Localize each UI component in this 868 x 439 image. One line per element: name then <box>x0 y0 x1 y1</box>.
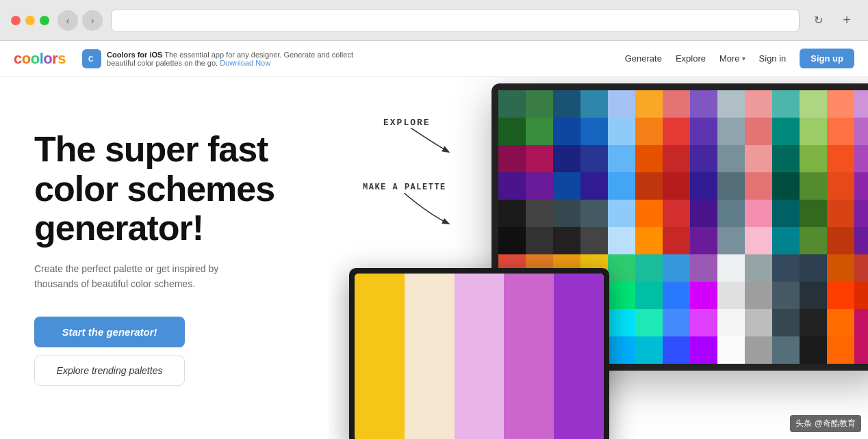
color-cell <box>663 145 690 172</box>
color-cell <box>745 145 772 172</box>
color-cell <box>526 200 553 227</box>
refresh-button[interactable]: ↻ <box>808 10 828 31</box>
color-cell <box>854 172 868 200</box>
color-cell <box>800 200 827 227</box>
signup-button[interactable]: Sign up <box>800 49 854 68</box>
hero-section: The super fast color schemes generator! … <box>0 77 868 439</box>
color-cell <box>608 227 635 254</box>
nav-explore[interactable]: Explore <box>676 53 706 64</box>
color-cell <box>663 336 690 364</box>
color-cell <box>663 282 690 309</box>
browser-chrome: ‹ › ↻ + <box>0 0 868 41</box>
color-cell <box>745 200 772 227</box>
color-cell <box>800 172 827 200</box>
color-cell <box>608 309 635 336</box>
color-cell <box>800 309 827 336</box>
chevron-down-icon: ▾ <box>742 55 745 62</box>
ios-icon: C <box>82 49 101 68</box>
color-cell <box>635 282 663 309</box>
color-cell <box>745 90 772 118</box>
color-cell <box>635 309 663 336</box>
color-cell <box>827 309 854 336</box>
color-cell <box>745 254 772 282</box>
hero-title-line3: generator! <box>34 208 203 248</box>
color-cell <box>772 145 800 172</box>
color-cell <box>827 90 854 118</box>
minimize-dot[interactable] <box>25 16 35 25</box>
color-cell <box>635 90 663 118</box>
color-cell <box>580 145 608 172</box>
color-cell <box>717 145 745 172</box>
forward-button[interactable]: › <box>82 10 103 31</box>
color-cell <box>635 254 663 282</box>
color-cell <box>690 336 717 364</box>
color-cell <box>717 118 745 145</box>
color-cell <box>635 118 663 145</box>
color-cell <box>608 90 635 118</box>
back-button[interactable]: ‹ <box>58 10 78 31</box>
color-cell <box>526 90 553 118</box>
nav-more-label: More <box>719 53 740 64</box>
color-cell <box>827 282 854 309</box>
start-generator-button[interactable]: Start the generator! <box>34 317 185 347</box>
color-cell <box>608 172 635 200</box>
palette-bar <box>355 274 405 439</box>
color-cell <box>608 336 635 364</box>
color-cell <box>498 90 526 118</box>
ios-badge-text: Coolors for iOS The essential app for an… <box>107 51 381 67</box>
nav-right: Generate Explore More ▾ Sign in Sign up <box>625 49 854 68</box>
color-cell <box>663 227 690 254</box>
close-dot[interactable] <box>11 16 21 25</box>
color-cell <box>526 145 553 172</box>
explore-arrow <box>411 128 452 155</box>
hero-title-line2: color schemes <box>34 169 275 209</box>
color-cell <box>553 227 580 254</box>
explore-trending-button[interactable]: Explore trending palettes <box>34 356 185 386</box>
signin-button[interactable]: Sign in <box>759 53 787 64</box>
color-cell <box>745 172 772 200</box>
color-cell <box>854 254 868 282</box>
color-cell <box>690 172 717 200</box>
hero-title-line1: The super fast <box>34 129 268 169</box>
ios-badge-title: Coolors for iOS <box>107 51 162 59</box>
color-cell <box>854 118 868 145</box>
download-link[interactable]: Download Now <box>220 59 270 67</box>
color-cell <box>717 309 745 336</box>
color-cell <box>608 145 635 172</box>
browser-dots <box>11 16 49 25</box>
color-cell <box>854 145 868 172</box>
color-cell <box>690 254 717 282</box>
palette-bar <box>554 274 604 439</box>
color-cell <box>827 200 854 227</box>
color-cell <box>717 282 745 309</box>
hero-title: The super fast color schemes generator! <box>34 130 294 248</box>
color-cell <box>580 118 608 145</box>
color-cell <box>498 172 526 200</box>
color-cell <box>553 172 580 200</box>
hero-right: EXPLORE MAKE A PALETTE <box>329 77 868 439</box>
logo[interactable]: coolors <box>14 50 66 68</box>
nav-more[interactable]: More ▾ <box>719 53 745 64</box>
url-bar[interactable] <box>111 9 800 32</box>
color-cell <box>827 145 854 172</box>
nav-generate[interactable]: Generate <box>625 53 662 64</box>
svg-text:C: C <box>88 55 93 63</box>
color-cell <box>772 227 800 254</box>
color-cell <box>827 254 854 282</box>
maximize-dot[interactable] <box>40 16 49 25</box>
color-cell <box>526 227 553 254</box>
hero-left: The super fast color schemes generator! … <box>0 77 329 439</box>
color-cell <box>498 118 526 145</box>
color-cell <box>854 200 868 227</box>
color-cell <box>553 145 580 172</box>
color-cell <box>717 227 745 254</box>
color-cell <box>772 118 800 145</box>
make-palette-arrow <box>404 193 452 227</box>
color-cell <box>663 200 690 227</box>
color-cell <box>498 200 526 227</box>
color-cell <box>553 90 580 118</box>
color-cell <box>663 90 690 118</box>
new-tab-button[interactable]: + <box>837 10 857 31</box>
color-cell <box>800 118 827 145</box>
palette-bar <box>455 274 505 439</box>
